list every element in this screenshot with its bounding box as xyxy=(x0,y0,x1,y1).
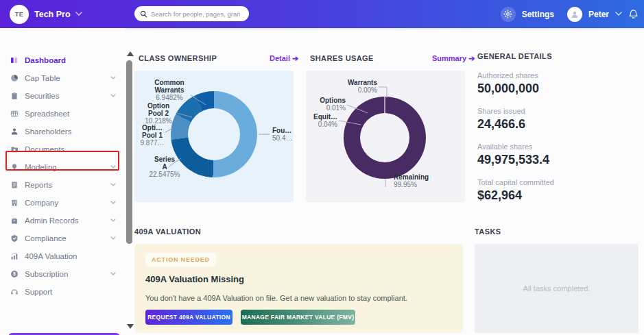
valuation-missing-body: You don't have a 409A Valuation on file.… xyxy=(145,294,407,302)
donut-hole xyxy=(188,108,240,160)
building-icon xyxy=(10,199,19,207)
sidebar-item-admin-records[interactable]: Admin Records xyxy=(0,212,126,229)
vertical-scrollbar-thumb[interactable] xyxy=(126,60,132,244)
manage-fmv-button[interactable]: MANAGE FAIR MARKET VALUE (FMV) xyxy=(241,310,355,325)
shield-check-icon xyxy=(10,234,19,243)
chevron-down-icon xyxy=(110,201,116,205)
user-icon xyxy=(571,10,579,18)
arrow-right-icon: ➔ xyxy=(468,54,475,62)
sidebar-navigation: Dashboard Cap Table Securities Spreadshe… xyxy=(0,28,126,335)
lightbulb-icon xyxy=(10,163,19,171)
chevron-down-icon xyxy=(110,183,116,187)
class-ownership-detail-link[interactable]: Detail ➔ xyxy=(270,54,298,63)
pie-chart-icon xyxy=(10,74,19,82)
sidebar-item-documents[interactable]: Documents xyxy=(0,140,126,158)
global-search[interactable] xyxy=(134,6,249,21)
shares-usage-summary-link[interactable]: Summary ➔ xyxy=(432,54,475,63)
general-details-title: GENERAL DETAILS xyxy=(477,52,639,60)
chart-bars-icon xyxy=(10,252,19,260)
callout-equity: Equit… 0.04% xyxy=(306,113,337,128)
chevron-down-icon xyxy=(110,272,116,276)
valuation-409a-card: ACTION NEEDED 409A Valuation Missing You… xyxy=(134,244,463,333)
gear-icon xyxy=(503,10,512,18)
chevron-down-icon xyxy=(110,165,116,169)
scroll-down-icon[interactable] xyxy=(127,324,134,329)
tasks-title: TASKS xyxy=(475,227,501,236)
tasks-empty-message: All tasks completed. xyxy=(523,284,591,293)
class-ownership-chart-card: Common Warrants 6.9482% Option Pool 2 10… xyxy=(134,71,294,202)
callout-remaining: Remaining 99.95% xyxy=(394,173,449,188)
callout-series-a: Series A 22.5475% xyxy=(144,156,185,178)
sidebar-item-securities[interactable]: Securities xyxy=(0,87,126,105)
dollar-circle-icon: $ xyxy=(10,270,19,278)
sidebar-item-support[interactable]: Support xyxy=(0,283,126,301)
stat-total-capital-committed: Total capital committed $62,964 xyxy=(477,178,639,203)
sidebar-item-spreadsheet[interactable]: Spreadsheet xyxy=(0,105,126,123)
top-navigation-bar: TE Tech Pro Settings Peter xyxy=(0,0,644,28)
sidebar-item-cap-table[interactable]: Cap Table xyxy=(0,69,126,87)
callout-warrants: Warrants 0.00% xyxy=(322,79,377,94)
chevron-down-icon xyxy=(110,94,116,98)
clipboard-icon xyxy=(10,92,19,100)
sidebar-item-subscription[interactable]: $ Subscription xyxy=(0,265,126,283)
sidebar-item-modeling[interactable]: Modeling xyxy=(0,158,126,176)
sidebar-item-dashboard[interactable]: Dashboard xyxy=(0,51,126,69)
settings-label[interactable]: Settings xyxy=(522,10,554,19)
search-input[interactable] xyxy=(151,10,240,18)
callout-option-pool-2: Option Pool 2 10.218% xyxy=(138,102,179,125)
shares-usage-title: SHARES USAGE xyxy=(310,54,374,62)
request-409a-valuation-button[interactable]: REQUEST 409A VALUATION xyxy=(145,310,232,325)
company-switcher[interactable]: Tech Pro xyxy=(34,0,82,28)
archive-icon xyxy=(10,216,19,225)
stat-available-shares: Available shares 49,975,533.4 xyxy=(477,142,639,167)
settings-button[interactable] xyxy=(501,7,516,22)
headset-icon xyxy=(10,288,19,296)
chevron-down-icon xyxy=(110,236,116,240)
svg-text:$: $ xyxy=(13,271,16,277)
chevron-down-icon[interactable] xyxy=(615,12,622,16)
search-icon xyxy=(140,10,147,18)
general-details-panel: GENERAL DETAILS Authorized shares 50,000… xyxy=(477,52,639,203)
person-icon xyxy=(10,127,19,136)
user-name[interactable]: Peter xyxy=(588,10,609,19)
callout-common-warrants: Common Warrants 6.9482% xyxy=(145,79,193,101)
callout-founders: Fou… 50.4… xyxy=(272,127,296,142)
sidebar-item-shareholders[interactable]: Shareholders xyxy=(0,123,126,140)
arrow-right-icon: ➔ xyxy=(292,54,298,62)
sidebar-item-reports[interactable]: Reports xyxy=(0,176,126,194)
callout-option-pool-1: Opti… Pool 1 9.877… xyxy=(134,124,170,147)
avatar[interactable] xyxy=(567,7,582,22)
valuation-missing-heading: 409A Valuation Missing xyxy=(145,274,244,284)
chevron-down-icon xyxy=(110,76,116,80)
class-ownership-title: CLASS OWNERSHIP xyxy=(139,54,217,62)
valuation-409a-title: 409A VALUATION xyxy=(134,227,201,236)
shares-usage-chart-card: Warrants 0.00% Options 0.01% Equit… 0.04… xyxy=(306,71,465,202)
stat-shares-issued: Shares issued 24,466.6 xyxy=(477,107,639,132)
action-needed-badge: ACTION NEEDED xyxy=(145,253,216,266)
table-icon xyxy=(10,110,19,118)
company-logo-initials: TE xyxy=(15,11,24,18)
sidebar-item-company[interactable]: Company xyxy=(0,194,126,212)
company-name: Tech Pro xyxy=(34,10,71,19)
dashboard-icon xyxy=(10,56,19,64)
scroll-up-icon[interactable] xyxy=(127,51,134,56)
bell-icon[interactable] xyxy=(628,9,639,20)
callout-options: Options 0.01% xyxy=(306,97,346,112)
report-icon xyxy=(10,181,19,189)
sidebar-item-409a-valuation[interactable]: 409A Valuation xyxy=(0,247,126,265)
company-logo[interactable]: TE xyxy=(10,5,29,24)
donut-hole xyxy=(360,113,409,162)
folder-icon xyxy=(10,145,19,153)
stat-authorized-shares: Authorized shares 50,000,000 xyxy=(477,71,639,96)
chevron-down-icon xyxy=(75,12,82,16)
sidebar-item-compliance[interactable]: Compliance xyxy=(0,229,126,247)
zero-slice-boundary xyxy=(384,97,385,113)
chevron-down-icon xyxy=(110,219,116,223)
tasks-card: All tasks completed. xyxy=(475,244,639,333)
